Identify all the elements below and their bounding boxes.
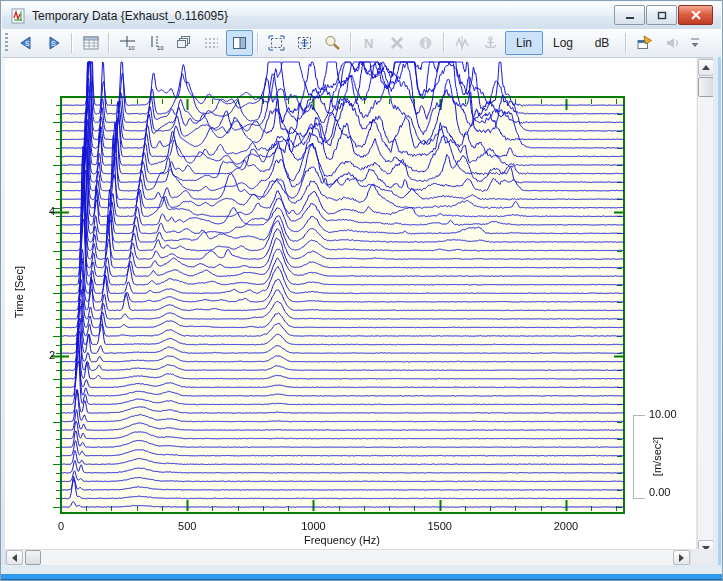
dotted-lines-icon <box>203 35 220 51</box>
x-tick-label: 1500 <box>420 520 460 532</box>
x-tick-label: 500 <box>167 520 207 532</box>
zoom-window-icon <box>296 35 313 51</box>
info-button-disabled[interactable] <box>412 30 439 56</box>
scrollbar-corner <box>691 549 715 566</box>
x-tick-label: 2000 <box>546 520 586 532</box>
window-title: Temporary Data {Exhaust_0.116095} <box>32 9 228 23</box>
y-tick-label: 2 <box>29 349 55 361</box>
zoom-extents-icon <box>268 35 285 51</box>
svg-text:10: 10 <box>157 45 164 51</box>
x-tick-label: 0 <box>41 520 81 532</box>
horizontal-scrollbar[interactable] <box>5 549 691 566</box>
up-arrow-icon <box>702 61 710 70</box>
db-scale-button[interactable]: dB <box>583 31 621 55</box>
window-frame-edge <box>1 579 722 580</box>
waterfall-view-button[interactable] <box>170 30 197 56</box>
split-panel-icon <box>231 35 248 51</box>
crosshair-cursor-icon: 10 <box>119 35 136 51</box>
horizontal-scroll-thumb[interactable] <box>25 550 41 565</box>
forward-arrow-icon: S <box>45 35 63 51</box>
info-icon <box>417 35 434 51</box>
export-hand-icon <box>636 35 653 51</box>
close-button[interactable] <box>678 5 713 25</box>
next-spectrum-button[interactable]: S <box>40 30 67 56</box>
anchor-icon <box>482 35 499 51</box>
plot-client-area: 0500100015002000 24 Frequency (Hz) Time … <box>5 58 696 549</box>
x-tick-label: 1000 <box>293 520 333 532</box>
harmonic-cursor-button[interactable]: 10 <box>142 30 169 56</box>
zoom-extents-button[interactable] <box>263 30 290 56</box>
vertical-scroll-thumb[interactable] <box>698 77 714 97</box>
amplitude-scale-unit: [m/sec²] <box>651 437 663 476</box>
left-arrow-icon <box>8 554 17 562</box>
svg-text:S: S <box>25 40 30 47</box>
split-view-button[interactable] <box>226 30 253 56</box>
toolbar-grip <box>5 33 8 53</box>
toolbar-separator <box>443 33 445 53</box>
restore-icon <box>657 11 667 20</box>
x-axis-title: Frequency (Hz) <box>242 534 442 546</box>
titlebar[interactable]: Temporary Data {Exhaust_0.116095} <box>2 2 721 29</box>
toolbar: S S 10 <box>2 29 721 58</box>
toolbar-separator <box>257 33 259 53</box>
single-cursor-button[interactable]: 10 <box>114 30 141 56</box>
toolbar-separator <box>350 33 352 53</box>
window-frame-edge <box>1 565 722 574</box>
amplitude-scale-unit-wrap: [m/sec²] <box>651 426 663 488</box>
linear-scale-button[interactable]: Lin <box>505 31 543 55</box>
log-scale-button[interactable]: Log <box>544 31 582 55</box>
audio-playback-button-disabled[interactable] <box>659 30 686 56</box>
right-arrow-icon <box>679 554 688 562</box>
delete-curve-button-disabled[interactable] <box>384 30 411 56</box>
scroll-left-button[interactable] <box>6 550 23 565</box>
toolbar-separator <box>108 33 110 53</box>
table-icon <box>83 36 99 50</box>
app-icon <box>10 8 26 24</box>
svg-text:N: N <box>364 36 373 51</box>
minimize-icon <box>625 11 635 20</box>
y-tick-label: 4 <box>29 205 55 217</box>
maximize-button[interactable] <box>646 5 677 25</box>
toolbar-overflow-button[interactable] <box>687 30 703 56</box>
scroll-right-button[interactable] <box>673 550 690 565</box>
stacked-sheets-icon <box>175 35 192 51</box>
overflow-chevron-icon <box>690 37 700 49</box>
letter-n-icon: N <box>361 35 378 51</box>
harmonic-cursor-icon: 10 <box>147 35 164 51</box>
export-button[interactable] <box>631 30 658 56</box>
data-table-button[interactable] <box>77 30 104 56</box>
gridlines-button[interactable] <box>198 30 225 56</box>
close-icon <box>691 11 701 20</box>
y-axis-title: Time [Sec] <box>13 266 25 318</box>
toolbar-separator <box>71 33 73 53</box>
toolbar-separator <box>625 33 627 53</box>
previous-spectrum-button[interactable]: S <box>12 30 39 56</box>
anchor-button-disabled[interactable] <box>477 30 504 56</box>
speaker-icon <box>664 35 681 51</box>
back-arrow-icon: S <box>17 35 35 51</box>
window-controls <box>614 5 713 25</box>
scroll-up-button[interactable] <box>698 59 714 76</box>
minimize-button[interactable] <box>614 5 645 25</box>
zoom-window-button[interactable] <box>291 30 318 56</box>
window-frame-edge <box>718 57 721 565</box>
waveform-cursor-icon <box>454 35 471 51</box>
magnifier-button[interactable] <box>319 30 346 56</box>
cross-icon <box>389 35 406 51</box>
y-axis-title-wrap: Time [Sec] <box>13 210 25 375</box>
amplitude-scale-max: 10.00 <box>649 408 677 420</box>
waterfall-canvas[interactable] <box>5 58 696 549</box>
app-window: Temporary Data {Exhaust_0.116095} S <box>0 0 723 581</box>
amplitude-scale-bracket <box>633 415 645 499</box>
curve-fit-button-disabled[interactable]: N <box>356 30 383 56</box>
peak-cursor-button-disabled[interactable] <box>449 30 476 56</box>
svg-text:10: 10 <box>128 45 135 51</box>
svg-text:S: S <box>51 40 56 47</box>
magnifier-icon <box>324 35 341 51</box>
